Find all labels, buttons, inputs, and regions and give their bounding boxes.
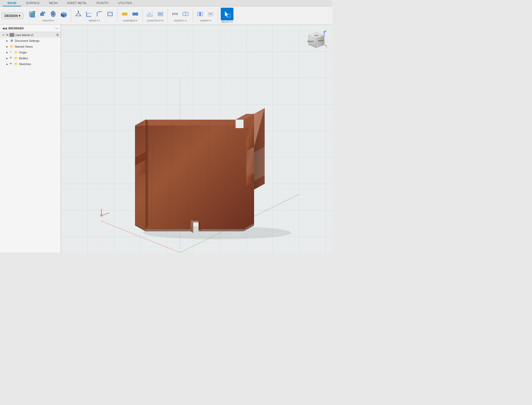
svg-marker-6 (44, 12, 46, 13)
tab-plastic[interactable]: PLASTIC (92, 0, 114, 6)
root-expand-arrow[interactable]: ▼ (2, 33, 5, 37)
create-label[interactable]: CREATE ▾ (41, 19, 55, 22)
svg-text:Z: Z (325, 30, 327, 32)
modify-group: MODIFY ▾ (73, 9, 115, 22)
rigid-group-button[interactable] (130, 9, 140, 19)
root-label: cara lateral v1 (15, 33, 55, 37)
svg-text:+: + (33, 11, 35, 14)
tab-sheet-metal[interactable]: SHEET METAL (62, 0, 92, 6)
svg-rect-25 (148, 12, 153, 15)
bodies-folder-icon: 📁 (14, 56, 18, 60)
svg-marker-13 (76, 13, 81, 16)
separator-4 (168, 9, 168, 22)
bodies-arrow[interactable]: ▶ (5, 56, 9, 60)
design-button[interactable]: DESIGN ▾ (2, 12, 23, 19)
browser-collapse-arrows[interactable]: ◀◀ (2, 26, 7, 30)
box-button[interactable] (59, 9, 69, 19)
select-group: SELECT ▾ (220, 8, 233, 24)
construct-label[interactable]: CONSTRUCT ▾ (146, 19, 165, 22)
separator-2 (117, 9, 118, 22)
svg-rect-17 (109, 13, 112, 15)
eye-icon[interactable]: 👁 (6, 33, 9, 37)
doc-settings-arrow[interactable]: ▶ (5, 39, 9, 43)
tree-item-sketches[interactable]: ▶ 👁 📁 Sketches (0, 61, 61, 67)
press-pull-button[interactable] (73, 9, 83, 19)
tab-surface[interactable]: SURFACE (21, 0, 44, 6)
component-icon (10, 33, 14, 37)
separator-1 (71, 9, 71, 22)
tree-item-bodies[interactable]: ▶ 👁 📁 Bodies (0, 55, 61, 61)
assemble-label[interactable]: ASSEMBLE ▾ (121, 19, 138, 22)
svg-rect-30 (173, 14, 177, 15)
svg-rect-22 (136, 13, 138, 15)
svg-rect-28 (158, 15, 163, 16)
sketches-arrow[interactable]: ▶ (5, 62, 9, 66)
construct-group: CONSTRUCT ▾ (145, 9, 165, 22)
svg-marker-52 (135, 114, 254, 229)
origin-eye-icon[interactable]: 👁 (10, 51, 13, 54)
origin-label: Origin (19, 51, 27, 54)
browser-title: BROWSER (8, 27, 54, 30)
extrude-button[interactable] (38, 9, 48, 19)
settings-icon: ⚙ (10, 39, 14, 43)
svg-marker-56 (146, 120, 148, 229)
select-button[interactable] (221, 8, 233, 20)
tab-solid[interactable]: SOLID (3, 0, 21, 6)
tab-utilities[interactable]: UTILITIES (114, 0, 137, 6)
bodies-label: Bodies (19, 57, 28, 60)
svg-marker-73 (246, 147, 254, 186)
fillet-button[interactable] (84, 9, 94, 19)
tree-item-document-settings[interactable]: ▶ ⚙ Document Settings (0, 38, 61, 44)
named-views-label: Named Views (15, 45, 33, 48)
bodies-eye-icon[interactable]: 👁 (10, 56, 13, 60)
modify-label[interactable]: MODIFY ▾ (88, 19, 101, 22)
insert-label[interactable]: INSERT ▾ (199, 19, 212, 22)
decal-button[interactable] (206, 9, 216, 19)
svg-rect-27 (158, 12, 163, 13)
insert-group: INSERT ▾ (195, 9, 216, 22)
new-component-button[interactable]: + (27, 9, 37, 19)
separator-3 (142, 9, 143, 22)
inspect-group: INSPECT ▾ (170, 9, 191, 22)
svg-rect-40 (199, 12, 201, 15)
tab-mesh[interactable]: MESH (44, 0, 62, 6)
3d-viewport[interactable]: TOP FRONT RIGHT Z X (61, 25, 332, 253)
separator-5 (193, 9, 193, 22)
folder-icon: 📁 (10, 44, 14, 49)
svg-marker-15 (78, 11, 79, 11)
measure-button[interactable] (170, 9, 180, 19)
separator-6 (218, 9, 218, 22)
create-group: + (27, 9, 69, 22)
midplane-button[interactable] (155, 9, 165, 19)
svg-text:RIGHT: RIGHT (318, 40, 324, 42)
origin-folder-icon: 📁 (14, 50, 18, 55)
shell-button[interactable] (105, 9, 115, 19)
tree-item-origin[interactable]: ▶ 👁 📁 Origin (0, 50, 61, 55)
viewcube[interactable]: TOP FRONT RIGHT Z X (300, 30, 327, 57)
svg-rect-4 (40, 13, 44, 16)
tree-item-named-views[interactable]: ▶ 📁 Named Views (0, 44, 61, 50)
svg-point-9 (52, 13, 54, 15)
sketches-eye-icon[interactable]: 👁 (10, 62, 13, 66)
assemble-group: ASSEMBLE ▾ (120, 9, 140, 22)
tree-root-item[interactable]: ▼ 👁 cara lateral v1 ⚙ (0, 32, 61, 38)
svg-marker-61 (191, 221, 193, 233)
browser-pin-button[interactable]: — (55, 26, 58, 30)
named-views-arrow[interactable]: ▶ (5, 45, 9, 48)
section-analysis-button[interactable] (181, 9, 191, 19)
root-cog-icon[interactable]: ⚙ (56, 33, 59, 37)
chamfer-button[interactable] (94, 9, 105, 19)
origin-arrow[interactable]: ▶ (5, 51, 9, 54)
sketches-label: Sketches (19, 62, 31, 66)
revolve-button[interactable] (48, 9, 58, 19)
doc-settings-label: Document Settings (15, 39, 39, 42)
inspect-label[interactable]: INSPECT ▾ (173, 19, 187, 22)
offset-plane-button[interactable] (145, 9, 155, 19)
select-label[interactable]: SELECT ▾ (220, 20, 233, 24)
insert-button[interactable] (195, 9, 205, 19)
svg-text:X: X (326, 46, 327, 49)
svg-rect-21 (133, 13, 135, 15)
joint-button[interactable] (120, 9, 130, 19)
svg-rect-43 (211, 14, 212, 15)
svg-marker-5 (40, 12, 44, 13)
